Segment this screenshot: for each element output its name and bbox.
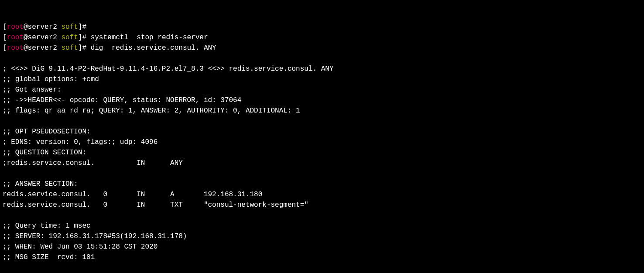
output-line: ;; WHEN: Wed Jun 03 15:51:28 CST 2020 [3, 243, 158, 251]
bracket-close: ]# [78, 44, 91, 52]
output-line: ;redis.service.consul. IN ANY [3, 159, 183, 167]
prompt-user: root [7, 23, 24, 31]
output-line: ;; flags: qr aa rd ra; QUERY: 1, ANSWER:… [3, 107, 300, 115]
output-line: ;; OPT PSEUDOSECTION: [3, 128, 91, 136]
output-line: ;; SERVER: 192.168.31.178#53(192.168.31.… [3, 232, 187, 240]
output-line: ;; MSG SIZE rcvd: 101 [3, 253, 95, 261]
output-line: ;; global options: +cmd [3, 75, 99, 83]
prompt-dir: soft [61, 23, 78, 31]
output-line: ;; ->>HEADER<<- opcode: QUERY, status: N… [3, 96, 241, 104]
command-text: systemctl stop redis-server [91, 34, 208, 41]
bracket-close: ]# [78, 34, 91, 41]
bracket-open: [ [3, 23, 7, 31]
output-line: ;; QUESTION SECTION: [3, 149, 86, 157]
prompt-line-0: [root@server2 soft]# [3, 23, 91, 31]
prompt-at-host: @server2 [24, 23, 61, 31]
command-text: dig redis.service.consul. ANY [91, 44, 216, 52]
prompt-at-host: @server2 [24, 34, 61, 41]
output-line: ;; Query time: 1 msec [3, 222, 91, 230]
bracket-close: ]# [78, 23, 91, 31]
output-line: ;; Got answer: [3, 86, 61, 94]
output-line: redis.service.consul. 0 IN A 192.168.31.… [3, 191, 262, 198]
prompt-line-2: [root@server2 soft]# dig redis.service.c… [3, 44, 216, 52]
terminal-output[interactable]: [root@server2 soft]# [root@server2 soft]… [3, 22, 641, 273]
prompt-user: root [7, 44, 24, 52]
prompt-line-1: [root@server2 soft]# systemctl stop redi… [3, 34, 208, 41]
output-line: ; EDNS: version: 0, flags:; udp: 4096 [3, 138, 158, 146]
prompt-user: root [7, 34, 24, 41]
prompt-at-host: @server2 [24, 44, 61, 52]
prompt-dir: soft [61, 34, 78, 41]
bracket-open: [ [3, 34, 7, 41]
bracket-open: [ [3, 44, 7, 52]
output-line: redis.service.consul. 0 IN TXT "consul-n… [3, 201, 308, 209]
output-line: ;; ANSWER SECTION: [3, 180, 78, 188]
output-line: ; <<>> DiG 9.11.4-P2-RedHat-9.11.4-16.P2… [3, 65, 334, 73]
prompt-dir: soft [61, 44, 78, 52]
